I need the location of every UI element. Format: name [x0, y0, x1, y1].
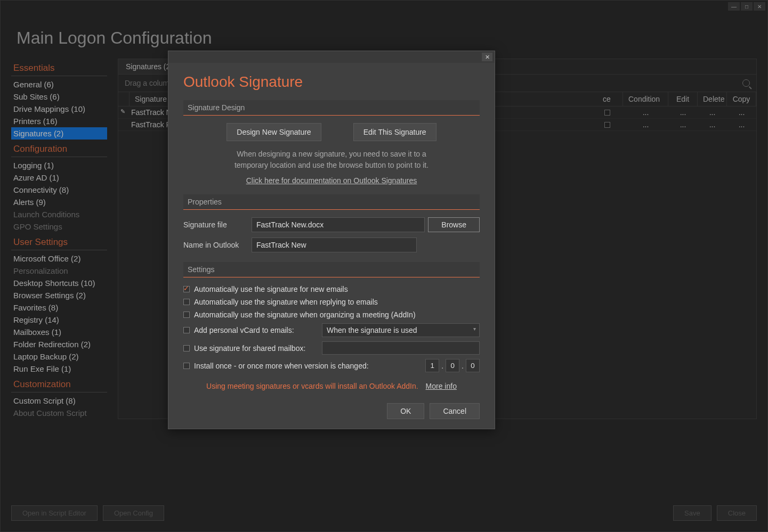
cancel-button[interactable]: Cancel [430, 403, 480, 419]
shared-mailbox-checkbox[interactable] [183, 345, 190, 351]
auto-reply-label: Automatically use the signature when rep… [194, 298, 378, 306]
section-signature-design: Signature Design [183, 100, 480, 116]
auto-new-emails-checkbox[interactable] [183, 286, 190, 292]
install-once-label: Install once - or once more when version… [194, 362, 425, 370]
browse-button[interactable]: Browse [428, 217, 480, 232]
version-patch-input[interactable] [466, 359, 480, 372]
section-properties: Properties [183, 194, 480, 210]
addin-warning: Using meeting signatures or vcards will … [183, 382, 480, 390]
dialog-title: Outlook Signature [183, 73, 480, 91]
auto-reply-checkbox[interactable] [183, 299, 190, 305]
outlook-signature-dialog: ✕ Outlook Signature Signature Design Des… [168, 51, 495, 429]
documentation-link[interactable]: Click here for documentation on Outlook … [183, 176, 480, 185]
more-info-link[interactable]: More info [426, 382, 457, 390]
dialog-close-button[interactable]: ✕ [482, 53, 492, 61]
version-major-input[interactable] [425, 359, 439, 372]
ok-button[interactable]: OK [387, 403, 424, 419]
install-once-checkbox[interactable] [183, 363, 190, 369]
shared-mailbox-input[interactable] [322, 341, 480, 355]
vcard-checkbox[interactable] [183, 327, 190, 333]
edit-this-signature-button[interactable]: Edit This Signature [353, 123, 436, 141]
modal-overlay: ✕ Outlook Signature Signature Design Des… [0, 0, 768, 532]
signature-file-input[interactable] [252, 217, 425, 232]
section-settings: Settings [183, 262, 480, 277]
name-in-outlook-label: Name in Outlook [183, 241, 252, 249]
auto-meeting-checkbox[interactable] [183, 312, 190, 318]
signature-file-label: Signature file [183, 220, 252, 229]
design-help-text: When designing a new signature, you need… [183, 149, 480, 171]
design-new-signature-button[interactable]: Design New Signature [227, 123, 321, 141]
version-minor-input[interactable] [446, 359, 459, 372]
vcard-select[interactable]: When the signature is used [322, 323, 480, 337]
auto-new-emails-label: Automatically use the signature for new … [194, 285, 348, 293]
vcard-label: Add personal vCard to emails: [194, 326, 306, 334]
auto-meeting-label: Automatically use the signature when org… [194, 310, 416, 319]
name-in-outlook-input[interactable] [252, 238, 417, 252]
shared-mailbox-label: Use signature for shared mailbox: [194, 344, 318, 353]
